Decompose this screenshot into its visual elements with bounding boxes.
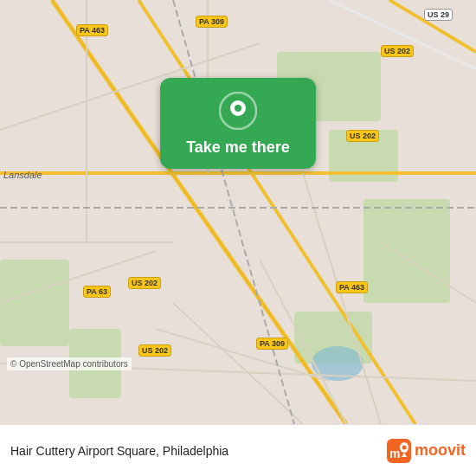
road-label-us202-bottom: US 202 [138,344,171,357]
svg-rect-4 [0,260,69,346]
road-label-pa463-top: PA 463 [76,24,108,36]
lansdale-label: Lansdale [3,170,42,180]
svg-rect-3 [363,199,450,303]
road-label-us29-top-right: US 29 [424,9,453,21]
take-me-there-button[interactable]: Take me there [160,78,316,169]
cta-label: Take me there [186,138,290,157]
location-name: Hair Cuttery Airport Square, Philadelphi… [10,444,387,458]
location-pin-icon [219,92,257,130]
moovit-icon: m [387,439,411,463]
svg-text:m: m [389,447,400,460]
road-label-us202-top-right: US 202 [381,45,414,57]
map-container: PA 463 PA 309 US 202 US 29 US 202 US 202… [0,0,476,424]
bottom-bar: Hair Cuttery Airport Square, Philadelphi… [0,424,476,476]
svg-point-29 [235,105,241,112]
map-copyright: © OpenStreetMap contributors [7,357,132,370]
road-label-pa63-bottom: PA 63 [83,286,111,298]
moovit-logo[interactable]: m moovit [387,439,466,463]
road-label-us202-bottom-left: US 202 [128,277,161,289]
road-label-us202-mid-right: US 202 [346,130,379,142]
road-label-pa463-bottom-right: PA 463 [336,281,368,293]
svg-point-32 [402,445,406,449]
moovit-text: moovit [415,441,466,460]
road-label-pa309-bottom: PA 309 [256,338,288,350]
road-label-pa309-top: PA 309 [196,16,228,28]
